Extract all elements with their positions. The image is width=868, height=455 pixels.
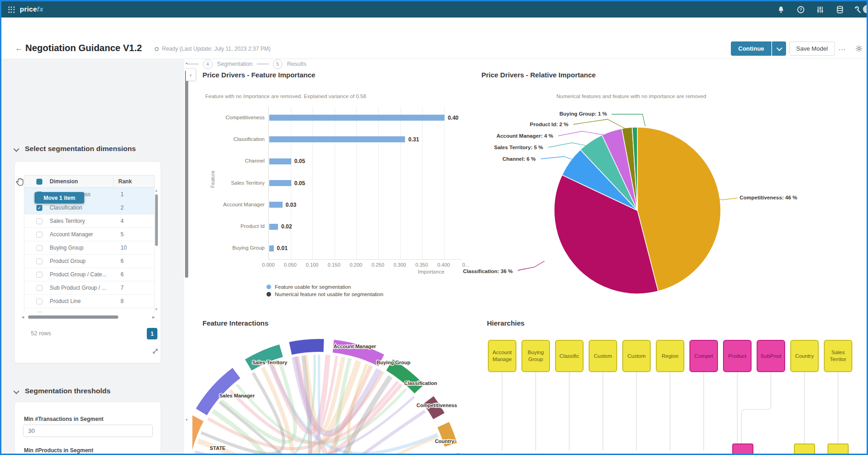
- table-row[interactable]: Buying Group10: [24, 241, 154, 255]
- chord-arc-unlabeled: [289, 339, 324, 355]
- svg-text:STATE: STATE: [210, 445, 226, 451]
- status-text: Ready (Last Update: July 11, 2023 2:37 P…: [162, 46, 271, 52]
- back-button[interactable]: ←: [15, 44, 23, 52]
- svg-text:Sales Territory: Sales Territory: [252, 360, 288, 365]
- dimension-cell: Product Id: [50, 311, 119, 312]
- table-row[interactable]: Product Line8: [24, 295, 154, 308]
- hierarchy-node-buying-group[interactable]: Buying Group: [521, 340, 550, 372]
- step-connector: [257, 64, 269, 64]
- hierarchy-node-product[interactable]: Product: [723, 340, 752, 372]
- legend-label: Numerical feature not usable for segment…: [275, 292, 383, 297]
- min-transactions-input[interactable]: [23, 425, 153, 437]
- bar-competitiveness: [269, 115, 445, 121]
- hierarchy-node-compet[interactable]: Compet: [689, 340, 718, 372]
- step-segmentation[interactable]: 4Segmentation: [203, 59, 253, 69]
- drag-tooltip: Move 1 item: [35, 192, 84, 204]
- hierarchy-node-region[interactable]: Region: [656, 340, 684, 372]
- table-vertical-scrollbar[interactable]: ▲ ▼: [155, 189, 159, 311]
- step-results[interactable]: 5Results: [273, 59, 307, 69]
- row-checkbox[interactable]: [36, 258, 42, 264]
- gear-icon[interactable]: [855, 45, 863, 52]
- resize-handle-icon[interactable]: [152, 348, 159, 355]
- dimension-cell: Product Group / Cate...: [50, 271, 119, 278]
- save-model-button[interactable]: Save Model: [789, 41, 835, 56]
- bar-chart-x-axis-label: Importance: [418, 269, 445, 274]
- rank-cell: 7: [121, 285, 124, 291]
- bar-chart-y-axis-label: Feature: [210, 170, 215, 188]
- table-row[interactable]: Product Group6: [24, 255, 154, 268]
- pagination-page-1-button[interactable]: 1: [147, 328, 157, 339]
- min-transactions-label: Min #Transactions in Segment: [24, 416, 104, 422]
- x-tick-label: 0.200: [346, 262, 366, 268]
- scroll-right-icon[interactable]: ▶: [152, 315, 155, 319]
- row-checkbox[interactable]: [36, 232, 42, 238]
- column-header-rank[interactable]: Rank: [113, 175, 132, 187]
- more-options-button[interactable]: …: [838, 43, 846, 52]
- model-status: Ready (Last Update: July 11, 2023 2:37 P…: [155, 46, 271, 52]
- bar-category-label: Sales Territory: [195, 180, 265, 186]
- hierarchy-node-account-manage[interactable]: Account Manage: [488, 340, 516, 372]
- row-checkbox[interactable]: [36, 245, 42, 251]
- hierarchy-node-custom[interactable]: Custom: [622, 340, 651, 372]
- section-title: Select segmentation dimensions: [25, 145, 136, 153]
- hierarchy-node-sales-territor[interactable]: Sales Territor: [824, 340, 852, 372]
- table-row[interactable]: Account Manager5: [24, 228, 154, 241]
- dimension-cell: Sub Product Group / ...: [50, 285, 119, 291]
- hierarchy-node-custom[interactable]: Custom: [589, 340, 617, 372]
- hierarchy-child-node[interactable]: [827, 443, 849, 455]
- rank-cell: 2: [121, 204, 124, 211]
- table-horizontal-scrollbar[interactable]: ◀ ▶: [22, 315, 156, 320]
- row-checkbox[interactable]: ✓: [36, 205, 42, 211]
- bar-account-manager: [269, 202, 283, 208]
- hierarchy-chart-title: Hierarchies: [487, 319, 525, 327]
- database-icon[interactable]: [836, 6, 844, 14]
- scroll-up-icon[interactable]: ▲: [185, 61, 188, 64]
- bar-chart-subtitle: Feature with no Importance are removed. …: [205, 93, 366, 99]
- row-checkbox[interactable]: [36, 312, 42, 313]
- section-select-dimensions[interactable]: Select segmentation dimensions: [14, 145, 136, 153]
- collapse-sidebar-button[interactable]: ‹: [186, 68, 196, 81]
- continue-button[interactable]: Continue: [731, 41, 771, 56]
- bar-value-label: 0.05: [295, 180, 305, 187]
- select-all-checkbox[interactable]: [36, 179, 42, 185]
- step-label: Segmentation: [217, 61, 253, 67]
- bar-value-label: 0.03: [286, 202, 296, 208]
- bar-category-label: Channel: [195, 158, 265, 163]
- notifications-bell-icon[interactable]: [777, 6, 785, 14]
- avatar[interactable]: [863, 5, 868, 13]
- column-header-dimension[interactable]: Dimension: [50, 178, 119, 185]
- continue-dropdown-button[interactable]: [772, 41, 786, 56]
- page-title: Negotiation Guidance V1.2: [25, 43, 142, 53]
- scroll-down-icon[interactable]: ▼: [185, 418, 188, 421]
- scroll-left-icon[interactable]: ◀: [22, 315, 24, 319]
- hierarchy-node-country[interactable]: Country: [790, 340, 819, 372]
- bar-value-label: 0.05: [295, 158, 305, 164]
- scroll-down-icon[interactable]: ▼: [155, 308, 158, 311]
- chevron-down-icon: [776, 45, 782, 51]
- table-row[interactable]: Product Group / Cate...6: [24, 268, 154, 281]
- step-connector: [187, 64, 199, 64]
- row-checkbox[interactable]: [36, 272, 42, 278]
- rows-count: 52 rows: [31, 330, 51, 337]
- preferences-sliders-icon[interactable]: [816, 6, 824, 14]
- row-checkbox[interactable]: [36, 218, 42, 224]
- chord-arc-country: [447, 453, 463, 455]
- hierarchy-child-node[interactable]: [732, 443, 753, 455]
- table-row[interactable]: Sales Territory4: [24, 215, 154, 228]
- tools-wrench-icon[interactable]: [854, 6, 862, 14]
- pricefx-logo[interactable]: pricefx: [20, 5, 43, 13]
- pie-label-product-id: Product Id: 2 %: [530, 122, 568, 127]
- chord-arc-sales-territory: [245, 344, 283, 370]
- table-row[interactable]: Sub Product Group / ...7: [24, 281, 154, 295]
- hierarchy-node-subprod[interactable]: SubProd: [757, 340, 785, 372]
- hierarchy-child-node[interactable]: [794, 443, 815, 455]
- dimension-cell: Sales Territory: [50, 218, 119, 224]
- hierarchy-node-classific[interactable]: Classific: [555, 340, 584, 372]
- table-row[interactable]: Product Id9: [24, 308, 154, 312]
- scroll-up-icon[interactable]: ▲: [155, 189, 158, 192]
- row-checkbox[interactable]: [36, 285, 42, 291]
- help-icon[interactable]: ?: [797, 6, 805, 14]
- row-checkbox[interactable]: [36, 298, 42, 304]
- section-segmentation-thresholds[interactable]: Segmentation thresholds: [14, 387, 110, 395]
- apps-grid-icon[interactable]: [8, 6, 15, 13]
